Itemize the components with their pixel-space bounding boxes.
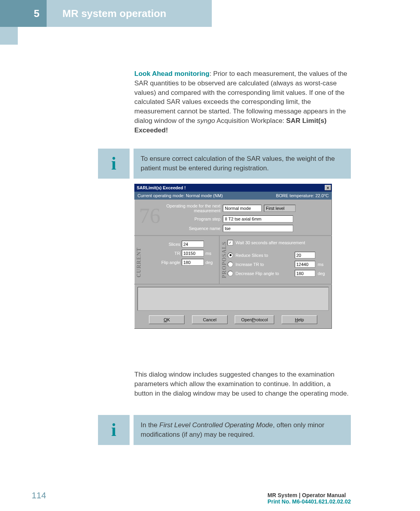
footer-right: MR System | Operator Manual Print No. M6… (267, 492, 351, 505)
flip-label: Flip angle (142, 260, 180, 265)
status-left: Current operating mode: Normal mode (NM) (137, 193, 223, 198)
body-paragraph-1: Look Ahead monitoring: Prior to each mea… (134, 69, 350, 135)
side-tab (0, 27, 18, 45)
flip-row: Flip angle 180 deg (142, 259, 215, 266)
reduce-field[interactable]: 20 (295, 252, 315, 258)
tr-unit: ms (205, 251, 215, 256)
current-panel: CURRENT Slices 24 TR 10150 ms Flip angle… (134, 236, 220, 284)
info-note-2: i In the First Level Controlled Operatin… (98, 415, 351, 445)
status-right: BORE temperature: 22.0°C (276, 193, 329, 198)
wait-row[interactable]: ✓ Wait 30 seconds after measurement (228, 240, 327, 245)
tr-field[interactable]: 10150 (182, 250, 204, 256)
close-icon[interactable]: × (325, 185, 331, 190)
ghost-number: 76 (139, 204, 158, 232)
program-step-label: Program step (161, 217, 220, 221)
ok-button[interactable]: OOKK (149, 315, 185, 324)
dialog-button-row: OOKK Cancel Open ProtocolOpen Protocol H… (134, 313, 332, 329)
current-heading: CURRENT (136, 241, 142, 279)
info2-pre: In the (141, 421, 159, 429)
syngo-word: syngo (197, 117, 215, 124)
decrease-row[interactable]: Decrease Flip angle to 180 deg (228, 270, 327, 277)
increase-field[interactable]: 12440 (295, 261, 315, 268)
proposals-heading: PROPOSALS (221, 240, 228, 280)
reduce-label: Reduce Slices to (235, 253, 268, 258)
increase-label: Increase TR to (235, 262, 264, 267)
after-syngo: Acquisition Workplace: (215, 117, 286, 124)
chapter-number: 5 (0, 0, 47, 27)
footer-manual-title: MR System | Operator Manual (267, 492, 351, 498)
reduce-row[interactable]: Reduce Slices to 20 (228, 252, 327, 258)
decrease-unit: deg (318, 271, 327, 276)
dialog-message-area (137, 287, 329, 311)
sequence-name-row: Sequence name tse (161, 225, 327, 232)
increase-radio[interactable] (228, 262, 233, 267)
increase-row[interactable]: Increase TR to 12440 ms (228, 261, 327, 268)
lead-in: Look Ahead monitoring (134, 70, 209, 77)
op-mode-row: Operating mode for the next measurement … (161, 204, 327, 213)
program-step-field[interactable]: II T2 tse axial 6mm (223, 215, 293, 223)
increase-unit: ms (318, 262, 327, 267)
dialog-upper: 76 Operating mode for the next measureme… (134, 200, 332, 235)
info-icon: i (98, 149, 130, 179)
info2-italic: First Level Controlled Operating Mode (159, 421, 273, 429)
dialog-titlebar: SARLimit(s) Exceeded ! × (134, 184, 332, 192)
dialog-middle: CURRENT Slices 24 TR 10150 ms Flip angle… (134, 235, 332, 285)
body-paragraph-2: This dialog window includes suggested ch… (134, 370, 350, 398)
sequence-name-field[interactable]: tse (223, 225, 293, 232)
decrease-field[interactable]: 180 (295, 270, 315, 277)
sequence-name-label: Sequence name (161, 226, 220, 231)
info-text: To ensure correct calculation of the SAR… (134, 149, 351, 179)
info-text: In the First Level Controlled Operating … (134, 415, 351, 445)
chapter-header: 5 MR system operation (0, 0, 212, 27)
slices-label: Slices (142, 242, 180, 247)
info-icon: i (98, 415, 130, 445)
sar-dialog: SARLimit(s) Exceeded ! × Current operati… (134, 184, 332, 329)
wait-label: Wait 30 seconds after measurement (235, 240, 305, 245)
flip-unit: deg (205, 260, 215, 265)
info-note-1: i To ensure correct calculation of the S… (98, 149, 351, 179)
cancel-button[interactable]: Cancel (192, 315, 228, 324)
dialog-title-text: SARLimit(s) Exceeded ! (137, 185, 186, 190)
tr-row: TR 10150 ms (142, 250, 215, 256)
op-first-button[interactable]: First level (264, 205, 296, 212)
reduce-radio[interactable] (228, 253, 233, 258)
slices-field[interactable]: 24 (182, 241, 204, 247)
help-button[interactable]: HelpHelp (282, 315, 317, 324)
tr-label: TR (142, 251, 180, 256)
op-normal-button[interactable]: Normal mode (223, 205, 262, 212)
decrease-label: Decrease Flip angle to (235, 271, 279, 276)
footer-print-no: Print No. M6-04401.621.02.02.02 (267, 498, 351, 505)
page-number: 114 (32, 490, 46, 501)
flip-field[interactable]: 180 (182, 259, 204, 266)
lead-in-rest: : Prior to each measurement, the values … (134, 70, 347, 124)
wait-checkbox[interactable]: ✓ (228, 240, 233, 245)
decrease-radio[interactable] (228, 271, 233, 276)
dialog-status-bar: Current operating mode: Normal mode (NM)… (134, 192, 332, 200)
chapter-title: MR system operation (47, 0, 212, 27)
slices-row: Slices 24 (142, 241, 215, 247)
open-protocol-button[interactable]: Open ProtocolOpen Protocol (235, 315, 274, 324)
op-mode-label: Operating mode for the next measurement (161, 204, 220, 213)
program-step-row: Program step II T2 tse axial 6mm (161, 215, 327, 223)
proposals-panel: PROPOSALS ✓ Wait 30 seconds after measur… (220, 236, 332, 284)
